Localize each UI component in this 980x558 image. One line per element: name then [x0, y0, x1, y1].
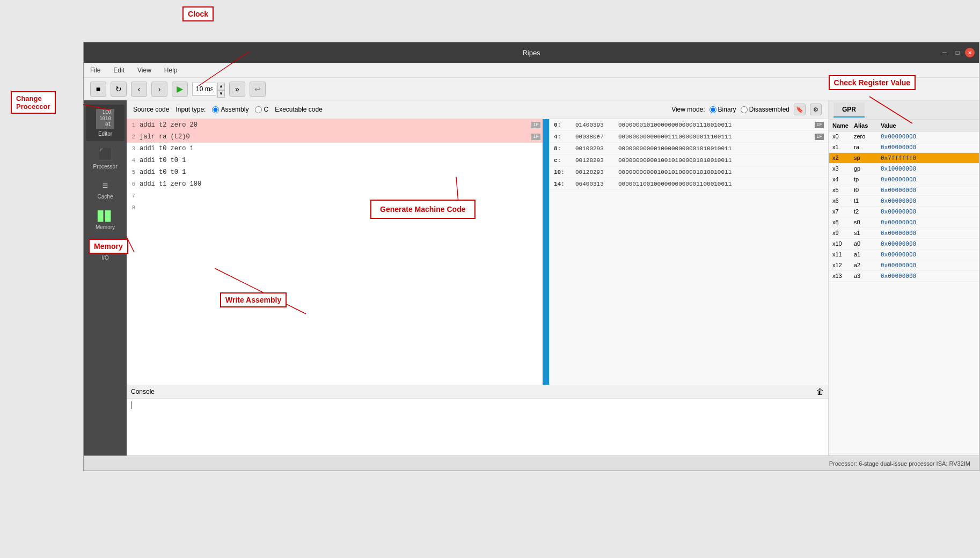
fast-forward-button[interactable]: »: [229, 82, 245, 97]
processor-icon: ⬛: [98, 148, 113, 161]
menu-help[interactable]: Help: [162, 65, 180, 75]
list-item: x1 ra 0x00000000: [829, 142, 979, 153]
prev-button[interactable]: ‹: [131, 82, 147, 97]
console-clear-button[interactable]: 🗑: [816, 387, 824, 396]
radio-assembly[interactable]: Assembly: [212, 106, 248, 113]
editor-area: Source code Input type: Assembly C Execu…: [127, 100, 829, 471]
code-editor: 1 addi t2 zero 20 IF 2 jalr ra (t2)0 IF …: [127, 119, 543, 385]
sidebar-item-cache-label: Cache: [98, 194, 113, 200]
menu-file[interactable]: File: [88, 65, 103, 75]
stop-button[interactable]: ■: [90, 82, 106, 97]
clock-value-field[interactable]: [192, 83, 216, 96]
table-row: 7: [127, 190, 543, 202]
list-item: x3 gp 0x10000000: [829, 164, 979, 174]
sidebar-item-cache[interactable]: ≡ Cache: [86, 176, 125, 204]
gpr-tab[interactable]: GPR: [833, 102, 865, 118]
settings-icon[interactable]: ⚙: [810, 104, 822, 115]
sidebar-item-processor-label: Processor: [93, 164, 117, 170]
table-row: 4 addi t0 t0 1: [127, 155, 543, 166]
table-row: 3 addi t0 zero 1: [127, 143, 543, 155]
refresh-button[interactable]: ↻: [111, 82, 127, 97]
console-cursor: [131, 401, 131, 409]
list-item: x5 t0 0x00000000: [829, 185, 979, 196]
radio-binary-input[interactable]: [710, 106, 716, 113]
clock-input: ▲ ▼: [192, 83, 225, 96]
close-button[interactable]: ✕: [965, 48, 975, 57]
window-controls: ─ □ ✕: [939, 47, 975, 58]
table-row: 8: 00100293 0000000000010000000000101001…: [550, 143, 828, 155]
main-window: Ripes ─ □ ✕ File Edit View Help ■ ↻ ‹ › …: [83, 42, 979, 471]
next-button[interactable]: ›: [151, 82, 167, 97]
clock-up-arrow[interactable]: ▲: [217, 83, 225, 90]
toolbar: ■ ↻ ‹ › ▶ ▲ ▼ » ↩: [84, 78, 979, 100]
source-header: Source code Input type: Assembly C Execu…: [127, 100, 828, 119]
sidebar: 1C0101001 Editor ⬛ Processor ≡ Cache ▊▊ …: [84, 100, 127, 471]
table-row: c: 00128293 0000000000010010100000101001…: [550, 155, 828, 166]
annotation-change-processor: ChangeProceccor: [11, 91, 56, 114]
sidebar-item-memory-label: Memory: [96, 224, 115, 230]
machine-code-panel: 0: 01400393 0000000101000000000000111001…: [549, 119, 828, 385]
list-item: x9 s1 0x00000000: [829, 228, 979, 239]
list-item: x0 zero 0x00000000: [829, 131, 979, 142]
sidebar-item-io[interactable]: 💡 I/O: [86, 237, 125, 265]
list-item: x10 a0 0x00000000: [829, 239, 979, 249]
clock-arrows: ▲ ▼: [217, 83, 225, 96]
console-header: Console 🗑: [127, 385, 828, 399]
list-item: x13 a3 0x00000000: [829, 271, 979, 282]
bookmarks-icon[interactable]: 🔖: [794, 104, 806, 115]
code-editor-container: 1 addi t2 zero 20 IF 2 jalr ra (t2)0 IF …: [127, 119, 828, 385]
register-table-header: Name Alias Value: [829, 120, 979, 131]
sidebar-item-editor[interactable]: 1C0101001 Editor: [86, 105, 125, 141]
table-row: 2 jalr ra (t2)0 IF: [127, 131, 543, 143]
cache-icon: ≡: [103, 180, 108, 192]
register-table: Name Alias Value x0 zero 0x00000000 x1 r…: [829, 120, 979, 453]
source-code-label: Source code: [133, 106, 169, 113]
table-row: 5 addi t0 t0 1: [127, 166, 543, 178]
table-row: 6 addi t1 zero 100: [127, 178, 543, 190]
radio-assembly-input[interactable]: [212, 106, 219, 113]
minimize-button[interactable]: ─: [939, 47, 950, 58]
list-item: x12 a2 0x00000000: [829, 260, 979, 271]
radio-c-input[interactable]: [255, 106, 262, 113]
code-lines[interactable]: 1 addi t2 zero 20 IF 2 jalr ra (t2)0 IF …: [127, 119, 543, 385]
table-row: 4: 000380e7 0000000000000011100000001110…: [550, 131, 828, 143]
editor-badge-icon: 1C0101001: [96, 109, 114, 129]
maximize-button[interactable]: □: [952, 47, 963, 58]
sidebar-item-memory[interactable]: ▊▊ Memory: [86, 206, 125, 234]
clock-down-arrow[interactable]: ▼: [217, 90, 225, 98]
radio-binary[interactable]: Binary: [710, 106, 736, 113]
table-row: 10: 00128293 000000000001001010000010100…: [550, 166, 828, 178]
menu-edit[interactable]: Edit: [111, 65, 127, 75]
executable-code-label: Executable code: [275, 106, 323, 113]
list-item: x11 a1 0x00000000: [829, 249, 979, 260]
col-alias: Alias: [851, 120, 877, 131]
menu-view[interactable]: View: [135, 65, 153, 75]
list-item: x8 s0 0x00000000: [829, 217, 979, 228]
memory-icon: ▊▊: [98, 210, 113, 222]
view-mode: View mode: Binary Disassembled 🔖 ⚙: [671, 104, 822, 115]
window-title: Ripes: [522, 49, 540, 57]
play-button[interactable]: ▶: [172, 82, 188, 97]
list-item: x7 t2 0x00000000: [829, 207, 979, 217]
content-area: 1C0101001 Editor ⬛ Processor ≡ Cache ▊▊ …: [84, 100, 979, 471]
io-icon: 💡: [99, 241, 111, 253]
radio-disassembled-input[interactable]: [741, 106, 748, 113]
revert-button[interactable]: ↩: [250, 82, 266, 97]
sidebar-item-io-label: I/O: [101, 255, 108, 261]
radio-c[interactable]: C: [255, 106, 268, 113]
col-value: Value: [877, 120, 979, 131]
status-text: Processor: 6-stage dual-issue processor …: [829, 460, 970, 467]
sidebar-item-processor[interactable]: ⬛ Processor: [86, 143, 125, 174]
radio-disassembled[interactable]: Disassembled: [741, 106, 789, 113]
annotation-clock: Clock: [182, 6, 214, 21]
scroll-indicator: [543, 119, 549, 385]
sidebar-item-editor-label: Editor: [98, 131, 112, 137]
console-label: Console: [131, 388, 155, 395]
col-name: Name: [829, 120, 851, 131]
register-panel: GPR Name Alias Value x0 zero 0x00000000 …: [829, 100, 979, 471]
input-type-label: Input type:: [175, 106, 206, 113]
table-row: 14: 06400313 000001100100000000000011000…: [550, 178, 828, 190]
status-bar: Processor: 6-stage dual-issue processor …: [84, 456, 979, 471]
list-item: x4 tp 0x00000000: [829, 174, 979, 185]
menu-bar: File Edit View Help: [84, 63, 979, 78]
